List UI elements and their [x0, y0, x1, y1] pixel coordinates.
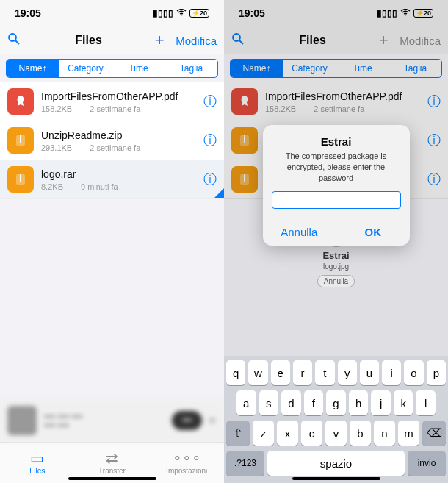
ad-close-icon[interactable]: ✕ [208, 415, 217, 426]
status-bar: 19:05 ▮▯▯▯ ⚡20 [0, 0, 224, 26]
status-time: 19:05 [239, 7, 265, 19]
pdf-icon [231, 88, 258, 115]
selection-corner-icon [214, 188, 224, 198]
segment-name[interactable]: Name↑ [7, 60, 59, 77]
tab-settings[interactable]: ∘∘∘ Impostazioni [149, 443, 224, 483]
shift-key[interactable]: ⇧ [226, 421, 250, 446]
svg-rect-6 [20, 174, 21, 182]
sort-segments: Name↑ Category Time Taglia [6, 59, 218, 78]
key-m[interactable]: m [398, 421, 419, 446]
info-icon[interactable]: ⓘ [203, 93, 217, 110]
svg-point-8 [233, 34, 240, 41]
file-row[interactable]: ImportFilesFromOtherAPP.pdf 158.2KB2 set… [0, 82, 224, 121]
svg-line-2 [15, 40, 19, 44]
key-j[interactable]: j [371, 390, 391, 415]
dialog-cancel-button[interactable]: Annulla [263, 218, 337, 246]
pdf-icon [7, 88, 34, 115]
info-icon[interactable]: ⓘ [427, 171, 441, 188]
empty-area [0, 199, 224, 399]
key-u[interactable]: u [360, 360, 379, 385]
wifi-icon [176, 8, 187, 18]
key-f[interactable]: f [304, 390, 324, 415]
progress-file: logo.jpg [312, 262, 361, 271]
progress-cancel-button[interactable]: Annulla [317, 275, 355, 287]
ad-cta[interactable]: ••• [172, 411, 202, 430]
return-key[interactable]: invio [408, 451, 446, 476]
tab-files[interactable]: ▭ Files [0, 443, 75, 483]
file-row[interactable]: UnzipReadme.zip 293.1KB2 settimane fa ⓘ [0, 121, 224, 160]
key-i[interactable]: i [382, 360, 401, 385]
key-x[interactable]: x [277, 421, 298, 446]
status-bar: 19:05 ▮▯▯▯ ⚡20 [224, 0, 448, 26]
page-title: Files [28, 34, 149, 47]
key-y[interactable]: y [338, 360, 357, 385]
status-right: ▮▯▯▯ ⚡20 [377, 8, 433, 18]
key-p[interactable]: p [427, 360, 446, 385]
key-b[interactable]: b [350, 421, 371, 446]
key-h[interactable]: h [349, 390, 369, 415]
dialog-ok-button[interactable]: OK [336, 218, 410, 246]
add-button: + [373, 31, 394, 50]
ad-banner[interactable]: •••• •••• •••••••• •••• ••• ✕ [0, 399, 224, 442]
progress-title: Estrai [312, 250, 361, 261]
key-a[interactable]: a [236, 390, 256, 415]
password-input[interactable] [272, 191, 401, 209]
segment-category[interactable]: Category [283, 60, 336, 77]
wifi-icon [400, 8, 411, 18]
file-row[interactable]: logo.rar 8.2KB9 minuti fa ⓘ [0, 160, 224, 199]
info-icon[interactable]: ⓘ [203, 132, 217, 149]
key-v[interactable]: v [325, 421, 347, 446]
file-row[interactable]: ImportFilesFromOtherAPP.pdf 158.2KB2 set… [224, 82, 448, 121]
key-e[interactable]: e [271, 360, 290, 385]
key-s[interactable]: s [259, 390, 279, 415]
segment-category[interactable]: Category [59, 60, 112, 77]
edit-button[interactable]: Modifica [176, 35, 217, 47]
segment-size[interactable]: Taglia [165, 60, 217, 77]
key-l[interactable]: l [416, 390, 436, 415]
file-name: UnzipReadme.zip [41, 129, 203, 141]
zip-icon [7, 127, 34, 154]
add-button[interactable]: + [149, 31, 170, 50]
svg-point-1 [9, 34, 16, 41]
space-key[interactable]: spazio [267, 451, 405, 476]
svg-rect-13 [244, 174, 245, 182]
edit-button: Modifica [400, 35, 441, 47]
keyboard: qwertyuiop asdfghjkl ⇧ zxcvbnm⌫ .?123 sp… [224, 356, 448, 483]
home-indicator[interactable] [68, 477, 156, 480]
info-icon[interactable]: ⓘ [203, 171, 217, 188]
key-q[interactable]: q [226, 360, 245, 385]
key-o[interactable]: o [404, 360, 423, 385]
info-icon[interactable]: ⓘ [427, 93, 441, 110]
svg-rect-11 [244, 135, 245, 143]
key-n[interactable]: n [374, 421, 395, 446]
key-k[interactable]: k [394, 390, 413, 415]
key-r[interactable]: r [293, 360, 312, 385]
segment-size[interactable]: Taglia [389, 60, 441, 77]
svg-line-9 [239, 40, 243, 44]
key-z[interactable]: z [253, 421, 274, 446]
segment-name[interactable]: Name↑ [231, 60, 283, 77]
backspace-key[interactable]: ⌫ [422, 421, 446, 446]
key-c[interactable]: c [301, 421, 322, 446]
dialog-message: The compressed package is encrypted, ple… [272, 151, 401, 184]
dialog-title: Estrai [272, 135, 401, 148]
sort-segments: Name↑ Category Time Taglia [230, 59, 442, 78]
home-indicator[interactable] [292, 477, 380, 480]
zip-icon [7, 166, 34, 193]
search-icon[interactable] [231, 32, 252, 49]
battery-icon: ⚡20 [189, 9, 209, 18]
key-t[interactable]: t [315, 360, 334, 385]
key-d[interactable]: d [281, 390, 301, 415]
key-g[interactable]: g [326, 390, 346, 415]
segment-time[interactable]: Time [336, 60, 389, 77]
file-name: ImportFilesFromOtherAPP.pdf [41, 90, 203, 102]
info-icon[interactable]: ⓘ [427, 132, 441, 149]
search-icon[interactable] [7, 32, 28, 49]
more-icon: ∘∘∘ [173, 451, 201, 465]
signal-icon: ▮▯▯▯ [153, 8, 173, 18]
svg-rect-4 [20, 135, 21, 143]
key-w[interactable]: w [248, 360, 267, 385]
segment-time[interactable]: Time [112, 60, 165, 77]
zip-icon [231, 166, 258, 193]
numeric-key[interactable]: .?123 [226, 451, 264, 476]
